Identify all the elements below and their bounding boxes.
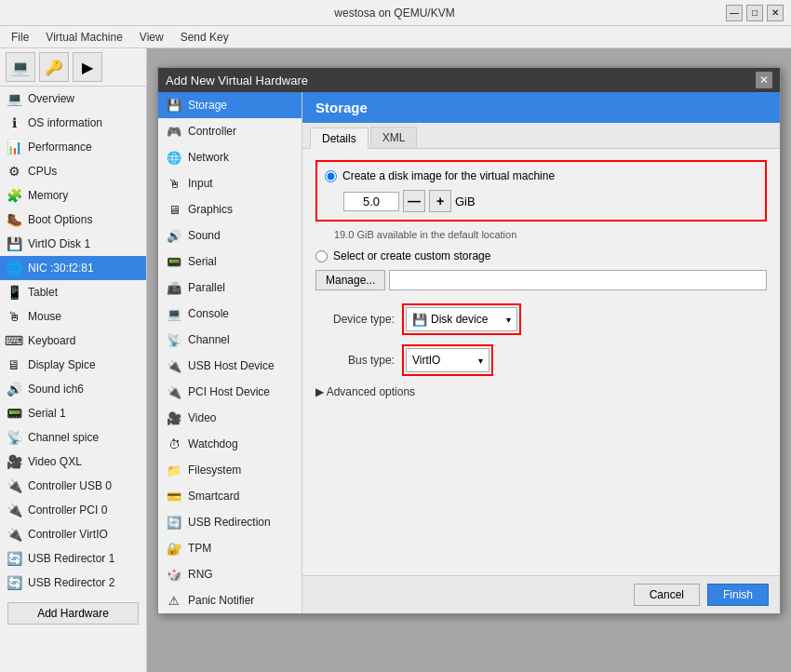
sound-ich6-icon: 🔊: [6, 381, 22, 397]
dialog-tpm-label: TPM: [188, 542, 211, 555]
sidebar-item-controller-usb0[interactable]: 🔌 Controller USB 0: [0, 474, 146, 498]
dialog-sidebar-usb-redirection[interactable]: 🔄 USB Redirection: [158, 509, 302, 535]
dialog-sidebar-storage[interactable]: 💾 Storage: [158, 92, 302, 118]
dialog-sidebar-pci-host-device[interactable]: 🔌 PCI Host Device: [158, 379, 302, 405]
dialog-usb-redirection-label: USB Redirection: [188, 516, 271, 529]
dialog-sidebar-tpm[interactable]: 🔐 TPM: [158, 535, 302, 561]
dialog-sidebar-network[interactable]: 🌐 Network: [158, 144, 302, 170]
dialog-network-label: Network: [188, 151, 229, 164]
bus-type-dropdown[interactable]: VirtIO ▾: [406, 348, 489, 372]
dialog-sidebar-input[interactable]: 🖱 Input: [158, 170, 302, 196]
custom-storage-radio[interactable]: [315, 250, 328, 262]
sidebar-item-video-qxl[interactable]: 🎥 Video QXL: [0, 450, 146, 474]
dialog-console-label: Console: [188, 307, 229, 320]
toolbar-play-btn[interactable]: ▶: [73, 52, 102, 82]
sidebar-item-controller-virtio[interactable]: 🔌 Controller VirtIO: [0, 522, 146, 546]
sidebar-item-usb-redirector-1[interactable]: 🔄 USB Redirector 1: [0, 546, 146, 571]
dialog-serial-icon: 📟: [166, 253, 182, 270]
dialog-filesystem-icon: 📁: [166, 462, 182, 478]
dialog-filesystem-label: Filesystem: [188, 464, 241, 477]
sidebar-item-mouse[interactable]: 🖱 Mouse: [0, 304, 146, 329]
sidebar-item-overview[interactable]: 💻 Overview: [0, 87, 146, 111]
device-type-label: Device type:: [315, 313, 395, 326]
tab-details[interactable]: Details: [310, 128, 369, 149]
tab-xml[interactable]: XML: [370, 127, 418, 148]
menu-send-key[interactable]: Send Key: [173, 29, 236, 46]
menu-virtual-machine[interactable]: Virtual Machine: [38, 29, 130, 46]
dialog-sidebar-watchdog[interactable]: ⏱ Watchdog: [158, 431, 302, 457]
disk-size-decrease-button[interactable]: —: [403, 190, 425, 212]
sidebar-item-serial-1[interactable]: 📟 Serial 1: [0, 401, 146, 425]
menu-file[interactable]: File: [4, 29, 36, 46]
sidebar-item-keyboard[interactable]: ⌨ Keyboard: [0, 329, 146, 353]
dialog-storage-icon: 💾: [166, 97, 182, 114]
dialog-sidebar-filesystem[interactable]: 📁 Filesystem: [158, 457, 302, 483]
usb-redirector-1-icon: 🔄: [6, 550, 22, 567]
minimize-button[interactable]: —: [726, 5, 743, 21]
dialog-close-button[interactable]: ✕: [756, 72, 772, 88]
create-disk-radio-option[interactable]: Create a disk image for the virtual mach…: [325, 169, 757, 182]
cancel-button[interactable]: Cancel: [634, 584, 700, 606]
display-spice-icon: 🖥: [6, 356, 22, 373]
disk-size-increase-button[interactable]: +: [429, 190, 451, 212]
dialog-controller-label: Controller: [188, 125, 236, 138]
dialog-sidebar-controller[interactable]: 🎮 Controller: [158, 118, 302, 144]
controller-pci0-icon: 🔌: [6, 502, 22, 518]
sidebar-item-usb-redirector-2[interactable]: 🔄 USB Redirector 2: [0, 571, 146, 595]
usb-redirector-2-icon: 🔄: [6, 574, 22, 591]
sidebar-item-performance[interactable]: 📊 Performance: [0, 135, 146, 159]
dialog-sidebar-smartcard[interactable]: 💳 Smartcard: [158, 483, 302, 509]
dialog-sidebar-serial[interactable]: 📟 Serial: [158, 249, 302, 275]
sidebar-label-controller-virtio: Controller VirtIO: [28, 528, 108, 541]
custom-storage-label: Select or create custom storage: [333, 249, 490, 262]
sidebar-item-sound-ich6[interactable]: 🔊 Sound ich6: [0, 377, 146, 401]
close-button[interactable]: ✕: [767, 5, 784, 21]
dialog-sidebar-console[interactable]: 💻 Console: [158, 301, 302, 327]
disk-size-input[interactable]: 5.0: [343, 192, 399, 211]
menu-view[interactable]: View: [132, 29, 171, 46]
sidebar-item-controller-pci0[interactable]: 🔌 Controller PCI 0: [0, 498, 146, 522]
sidebar-item-memory[interactable]: 🧩 Memory: [0, 183, 146, 208]
sidebar-item-nic[interactable]: 🌐 NIC :30:f2:81: [0, 256, 146, 280]
dialog-content: Storage Details XML Create a disk image …: [302, 92, 780, 613]
dialog-sidebar-graphics[interactable]: 🖥 Graphics: [158, 196, 302, 222]
sidebar-item-tablet[interactable]: 📱 Tablet: [0, 280, 146, 304]
dialog-sidebar-rng[interactable]: 🎲 RNG: [158, 561, 302, 587]
video-qxl-icon: 🎥: [6, 453, 22, 470]
maximize-button[interactable]: □: [746, 5, 763, 21]
dialog-sidebar-channel[interactable]: 📡 Channel: [158, 327, 302, 353]
device-type-value: Disk device: [431, 313, 488, 326]
sidebar-item-os-information[interactable]: ℹ OS information: [0, 111, 146, 135]
advanced-options[interactable]: ▶ Advanced options: [315, 385, 767, 398]
dialog-sidebar-parallel[interactable]: 📠 Parallel: [158, 275, 302, 301]
dialog-sidebar-sound[interactable]: 🔊 Sound: [158, 222, 302, 249]
sidebar-label-keyboard: Keyboard: [28, 334, 75, 347]
dialog-pci-host-label: PCI Host Device: [188, 385, 270, 398]
dialog-video-label: Video: [188, 411, 216, 424]
add-hardware-button[interactable]: Add Hardware: [7, 602, 139, 625]
toolbar-monitor-btn[interactable]: 💻: [6, 52, 35, 82]
nic-icon: 🌐: [6, 260, 22, 276]
advanced-options-label: ▶ Advanced options: [315, 385, 415, 398]
dialog-input-label: Input: [188, 177, 213, 190]
sidebar-item-channel-spice[interactable]: 📡 Channel spice: [0, 425, 146, 450]
dialog-sidebar-panic-notifier[interactable]: ⚠ Panic Notifier: [158, 587, 302, 613]
toolbar-key-btn[interactable]: 🔑: [39, 52, 69, 82]
dialog-sidebar-video[interactable]: 🎥 Video: [158, 405, 302, 431]
sidebar-item-display-spice[interactable]: 🖥 Display Spice: [0, 353, 146, 377]
manage-button[interactable]: Manage...: [315, 270, 385, 290]
manage-input[interactable]: [389, 270, 767, 290]
sidebar-item-boot-options[interactable]: 🥾 Boot Options: [0, 208, 146, 232]
device-type-field-row: Device type: 💾 Disk device ▾: [315, 303, 767, 335]
sidebar-label-channel-spice: Channel spice: [28, 431, 99, 444]
custom-storage-radio-option[interactable]: Select or create custom storage: [315, 249, 767, 262]
finish-button[interactable]: Finish: [707, 584, 769, 606]
device-type-dropdown[interactable]: 💾 Disk device ▾: [406, 307, 517, 331]
dialog-sidebar-usb-host-device[interactable]: 🔌 USB Host Device: [158, 353, 302, 379]
sidebar-item-cpus[interactable]: ⚙ CPUs: [0, 159, 146, 183]
sidebar-item-virtio-disk[interactable]: 💾 VirtIO Disk 1: [0, 232, 146, 256]
dialog-smartcard-label: Smartcard: [188, 490, 239, 503]
dialog-channel-label: Channel: [188, 333, 230, 346]
create-disk-radio[interactable]: [325, 170, 337, 182]
sidebar-label-overview: Overview: [28, 92, 74, 105]
